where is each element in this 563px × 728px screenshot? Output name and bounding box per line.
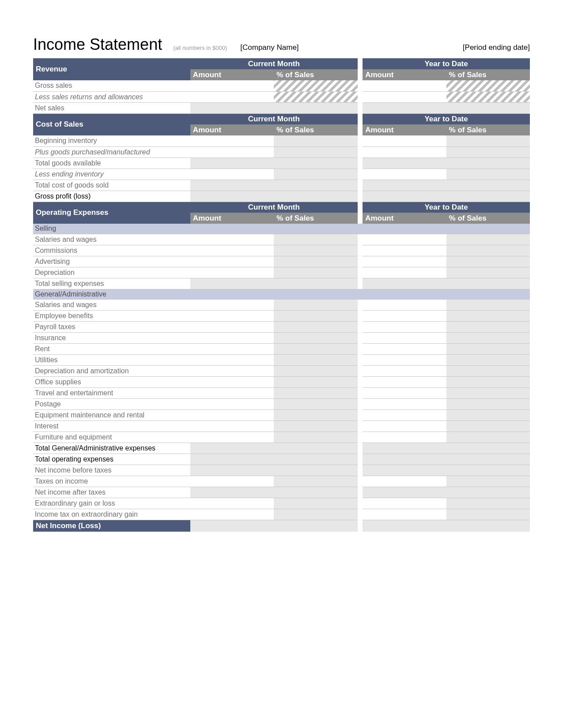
cell-amount-ytd[interactable] xyxy=(363,398,446,409)
cell-amount-ytd[interactable] xyxy=(363,321,446,332)
cell-amount-current xyxy=(190,191,274,202)
cell-pct-ytd xyxy=(446,387,530,398)
cell-amount-current[interactable] xyxy=(190,509,274,520)
cell-amount-current[interactable] xyxy=(190,256,274,267)
cell-amount-current[interactable] xyxy=(190,476,274,487)
cell-pct-ytd xyxy=(446,465,530,476)
cell-amount-ytd[interactable] xyxy=(363,343,446,354)
table-row: Gross profit (loss) xyxy=(33,191,530,202)
col-pct: % of Sales xyxy=(446,124,530,135)
subsection-general-administrative: General/Administrative xyxy=(33,289,530,299)
col-amount: Amount xyxy=(363,213,446,224)
row-label: Travel and entertainment xyxy=(33,387,190,398)
cell-amount-current xyxy=(190,180,274,191)
cell-amount-current[interactable] xyxy=(190,409,274,420)
cell-amount-ytd[interactable] xyxy=(363,376,446,387)
cell-amount-current xyxy=(190,454,274,465)
row-label: Beginning inventory xyxy=(33,135,190,146)
cell-amount-ytd[interactable] xyxy=(363,509,446,520)
cell-amount-ytd[interactable] xyxy=(363,169,446,180)
cell-amount-current[interactable] xyxy=(190,365,274,376)
cell-amount-current[interactable] xyxy=(190,432,274,443)
cell-amount-ytd[interactable] xyxy=(363,310,446,321)
cell-pct-current xyxy=(274,487,357,498)
table-row: Payroll taxes xyxy=(33,321,530,332)
row-label: Depreciation xyxy=(33,267,190,278)
cell-pct-ytd xyxy=(446,80,530,91)
cell-pct-current xyxy=(274,310,357,321)
row-label: Office supplies xyxy=(33,376,190,387)
col-pct: % of Sales xyxy=(274,69,357,80)
cell-amount-current[interactable] xyxy=(190,332,274,343)
cell-amount-ytd[interactable] xyxy=(363,498,446,509)
cell-amount-ytd[interactable] xyxy=(363,354,446,365)
section-header-revenue: Revenue Current Month Year to Date xyxy=(33,58,530,69)
cell-amount-current[interactable] xyxy=(190,420,274,432)
cell-amount-ytd[interactable] xyxy=(363,234,446,245)
table-row: Salaries and wages xyxy=(33,299,530,310)
cell-amount-current[interactable] xyxy=(190,354,274,365)
cell-amount-ytd[interactable] xyxy=(363,80,446,91)
cell-pct-current xyxy=(274,158,357,169)
row-label: Depreciation and amortization xyxy=(33,365,190,376)
net-income-row: Net Income (Loss) xyxy=(33,520,530,532)
cell-amount-ytd xyxy=(363,520,446,532)
cell-pct-ytd xyxy=(446,498,530,509)
row-label: Less ending inventory xyxy=(33,169,190,180)
cell-amount-current[interactable] xyxy=(190,398,274,409)
cell-pct-ytd xyxy=(446,420,530,432)
cell-amount-current[interactable] xyxy=(190,234,274,245)
table-row: Total operating expenses xyxy=(33,454,530,465)
cell-amount-current[interactable] xyxy=(190,321,274,332)
cell-amount-ytd[interactable] xyxy=(363,432,446,443)
row-label: Total cost of goods sold xyxy=(33,180,190,191)
cell-amount-ytd[interactable] xyxy=(363,267,446,278)
cell-amount-ytd[interactable] xyxy=(363,135,446,146)
cell-pct-current xyxy=(274,135,357,146)
cell-amount-ytd[interactable] xyxy=(363,245,446,256)
cell-amount-current[interactable] xyxy=(190,80,274,91)
row-label: Gross sales xyxy=(33,80,190,91)
cell-amount-current[interactable] xyxy=(190,135,274,146)
cell-pct-current xyxy=(274,245,357,256)
cell-pct-current xyxy=(274,443,357,454)
row-label: Net sales xyxy=(33,102,190,113)
cell-pct-ytd xyxy=(446,332,530,343)
cell-amount-current[interactable] xyxy=(190,343,274,354)
cell-amount-ytd[interactable] xyxy=(363,420,446,432)
cell-amount-current[interactable] xyxy=(190,245,274,256)
cell-amount-current[interactable] xyxy=(190,376,274,387)
cell-amount-current[interactable] xyxy=(190,169,274,180)
row-label: Payroll taxes xyxy=(33,321,190,332)
cell-amount-ytd[interactable] xyxy=(363,387,446,398)
table-row: Extraordinary gain or loss xyxy=(33,498,530,509)
cell-amount-ytd xyxy=(363,443,446,454)
cell-amount-current[interactable] xyxy=(190,299,274,310)
cell-pct-ytd xyxy=(446,191,530,202)
cell-amount-ytd[interactable] xyxy=(363,332,446,343)
cell-amount-ytd[interactable] xyxy=(363,365,446,376)
cell-amount-current[interactable] xyxy=(190,498,274,509)
cell-amount-current[interactable] xyxy=(190,267,274,278)
cell-amount-ytd[interactable] xyxy=(363,409,446,420)
cell-amount-ytd[interactable] xyxy=(363,256,446,267)
cell-amount-ytd[interactable] xyxy=(363,146,446,158)
col-period-current: Current Month xyxy=(190,58,358,69)
cell-pct-ytd xyxy=(446,245,530,256)
cell-amount-ytd xyxy=(363,158,446,169)
cell-amount-current[interactable] xyxy=(190,310,274,321)
cell-amount-current[interactable] xyxy=(190,146,274,158)
cell-pct-current xyxy=(274,465,357,476)
cell-amount-current[interactable] xyxy=(190,91,274,102)
row-label: Utilities xyxy=(33,354,190,365)
table-row: Net income before taxes xyxy=(33,465,530,476)
table-row: Net income after taxes xyxy=(33,487,530,498)
cell-amount-current xyxy=(190,487,274,498)
cell-amount-ytd[interactable] xyxy=(363,299,446,310)
cell-amount-ytd[interactable] xyxy=(363,476,446,487)
table-row: Less ending inventory xyxy=(33,169,530,180)
cell-pct-ytd xyxy=(446,234,530,245)
subsection-title: Selling xyxy=(33,224,530,234)
cell-amount-ytd[interactable] xyxy=(363,91,446,102)
cell-amount-current[interactable] xyxy=(190,387,274,398)
